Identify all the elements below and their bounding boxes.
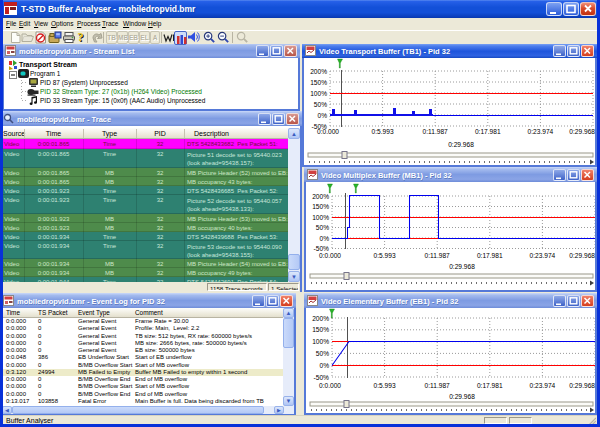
svg-text:0:23.974: 0:23.974	[530, 382, 556, 389]
svg-text:50%: 50%	[316, 350, 329, 357]
svg-text:0:5.993: 0:5.993	[374, 382, 396, 389]
svg-text:0%: 0%	[319, 235, 329, 242]
svg-text:0:0.000: 0:0.000	[319, 252, 341, 259]
svg-text:50%: 50%	[316, 224, 329, 231]
svg-text:0:29.968: 0:29.968	[569, 382, 595, 389]
svg-text:0:29.968: 0:29.968	[448, 141, 474, 148]
svg-text:?: ?	[78, 31, 84, 44]
svg-text:0:11.987: 0:11.987	[425, 252, 451, 259]
svg-text:0:0.000: 0:0.000	[317, 128, 339, 135]
svg-text:0:17.981: 0:17.981	[477, 382, 503, 389]
svg-text:0:29.968: 0:29.968	[569, 128, 595, 135]
svg-text:0:11.987: 0:11.987	[423, 128, 449, 135]
svg-text:0:29.968: 0:29.968	[449, 393, 475, 400]
svg-text:0:17.981: 0:17.981	[475, 128, 501, 135]
svg-text:150%: 150%	[310, 79, 327, 86]
svg-text:0:29.968: 0:29.968	[449, 263, 475, 270]
svg-text:200%: 200%	[310, 68, 327, 75]
svg-text:0:17.981: 0:17.981	[477, 252, 503, 259]
svg-text:0:5.993: 0:5.993	[372, 128, 394, 135]
svg-text:0:23.974: 0:23.974	[528, 128, 554, 135]
svg-text:100%: 100%	[312, 338, 329, 345]
svg-text:0:29.968: 0:29.968	[569, 252, 595, 259]
svg-text:100%: 100%	[312, 214, 329, 221]
svg-text:150%: 150%	[312, 203, 329, 210]
svg-text:200%: 200%	[312, 315, 329, 322]
svg-text:50%: 50%	[314, 101, 327, 108]
svg-text:0:0.000: 0:0.000	[319, 382, 341, 389]
svg-text:0%: 0%	[319, 362, 329, 369]
svg-text:0:23.974: 0:23.974	[530, 252, 556, 259]
svg-text:150%: 150%	[312, 326, 329, 333]
svg-text:0:11.987: 0:11.987	[425, 382, 451, 389]
svg-text:200%: 200%	[312, 193, 329, 200]
svg-text:0%: 0%	[317, 112, 327, 119]
svg-text:-50%: -50%	[314, 374, 330, 381]
svg-text:0:5.993: 0:5.993	[374, 252, 396, 259]
svg-text:100%: 100%	[310, 90, 327, 97]
